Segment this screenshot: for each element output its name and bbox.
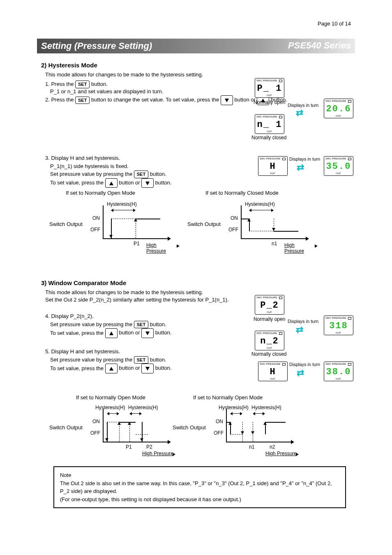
hysteresis-span [249, 209, 274, 212]
series-label: PSE540 Series [288, 40, 351, 51]
text: 5. Display H and set hysteresis. [45, 348, 120, 355]
lcd-h: SMC PRESSURE H OUT [258, 156, 288, 176]
x-arrow-icon [168, 237, 171, 241]
hysteresis-span [111, 209, 136, 212]
fig-window-n: Switch Output ON OFF Hysteresis(H) Hyste… [173, 405, 300, 458]
off-label: OFF [214, 430, 224, 436]
down-key [141, 178, 154, 188]
window-title: 3) Window Comparator Mode [41, 279, 126, 286]
lcd-n1: SMC PRESSURE n_ 1 OUT [255, 114, 284, 134]
line [265, 422, 286, 423]
n2-tick: n2 [270, 444, 275, 450]
x-arrow-icon [291, 440, 294, 444]
lcd-text: 318 [324, 321, 353, 331]
normally-open-label: Normally open [254, 99, 285, 105]
lcd-brand: SMC PRESSURE [260, 363, 280, 365]
normally-open-label: Normally open [254, 316, 285, 322]
off-label: OFF [228, 227, 238, 233]
note-line3: (For one-output type, this setting is no… [60, 495, 339, 504]
lcd-out: OUT [267, 94, 272, 97]
arrow-right-icon [315, 244, 318, 248]
lcd-text: n_ 1 [255, 120, 284, 130]
n1-tick: n1 [249, 444, 254, 450]
double-arrow-icon: ⇄ [297, 162, 304, 173]
arrow-down-icon [241, 431, 244, 434]
switch-output-label: Switch Output [187, 221, 221, 227]
dash [249, 231, 274, 231]
text: button. [154, 365, 171, 371]
displays-in-turn: Displays in turn [288, 103, 318, 108]
lcd-out: OUT [336, 172, 341, 175]
dash [129, 422, 130, 442]
high-pressure-label: High Pressure [265, 451, 297, 456]
lcd-p2-value: SMC PRESSURE 318 OUT [324, 315, 353, 335]
down-key [141, 364, 154, 373]
arrow-down-icon [105, 438, 108, 441]
hysteresis-span [253, 412, 265, 415]
switch-output-label: Switch Output [49, 424, 83, 431]
hyst-step1: 1. Press the SET button. [45, 80, 251, 88]
text: To set value, press the [50, 180, 105, 186]
up-triangle-icon [109, 367, 113, 371]
double-arrow-icon: ⇄ [297, 368, 304, 378]
lcd-text: 20.6 [324, 104, 353, 114]
lcd-text: 35.0 [324, 161, 353, 172]
open-mode-header: If set to Normally Open Mode [66, 190, 135, 196]
lcd-led-icon [279, 332, 282, 335]
on-label: ON [231, 215, 238, 221]
down-triangle-icon [145, 332, 150, 335]
lcd-out: OUT [267, 130, 272, 133]
lcd-p1-value: SMC PRESSURE 20.6 OUT [324, 99, 353, 118]
arrow-down-icon [109, 235, 113, 238]
text: button. [154, 180, 171, 186]
lcd-led-icon [348, 317, 351, 320]
lcd-text: H [258, 161, 287, 172]
lcd-led-icon [279, 116, 282, 118]
fig-window-p: Switch Output ON OFF Hysteresis(H) Hyste… [49, 405, 177, 458]
lcd-brand: SMC PRESSURE [256, 332, 277, 334]
up-triangle-icon [109, 332, 113, 335]
dash [230, 434, 242, 435]
dash [136, 219, 136, 238]
arrow-up-icon [128, 422, 131, 425]
hysteresis-label: Hysteresis(H) [219, 405, 249, 410]
lcd-brand: SMC PRESSURE [256, 296, 277, 299]
line [274, 231, 298, 232]
lcd-out: OUT [336, 378, 341, 380]
text: button. [148, 321, 166, 327]
lcd-text: n_2 [255, 336, 284, 346]
hysteresis-span [107, 412, 119, 415]
p2-tick: P2 [146, 444, 152, 450]
down-key [141, 328, 154, 338]
x-axis [226, 442, 292, 442]
fig-hyst-open: Switch Output ON OFF Hysteresis(H) P1 Hi… [49, 201, 177, 255]
arrow-down-icon [140, 438, 143, 441]
lcd-p2: SMC PRESSURE P_2 OUT [255, 295, 284, 315]
text: Set pressure value by pressing the [50, 321, 134, 327]
switch-output-label: Switch Output [173, 424, 206, 431]
arrow-up-icon [263, 422, 267, 425]
x-axis [103, 238, 168, 239]
lcd-brand: SMC PRESSURE [260, 157, 280, 160]
note-line2: The Out 2 side is also set in the same w… [60, 479, 339, 495]
closed-mode-header: If set to Normally Closed Mode [205, 190, 279, 196]
displays-in-turn: Displays in turn [289, 362, 320, 367]
text: P_1(n_1) side hysteresis is fixed. [50, 163, 129, 169]
lcd-led-icon [348, 363, 351, 366]
text: button. [148, 357, 166, 363]
text: 3. Display H and set hysteresis. [45, 155, 120, 161]
text: To set value, press the [50, 330, 105, 336]
dash [111, 219, 136, 219]
lcd-brand: SMC PRESSURE [325, 363, 346, 365]
up-key [105, 364, 118, 373]
arrow-right-icon [177, 244, 180, 248]
down-triangle-icon [145, 182, 150, 185]
n1-tick: n1 [272, 241, 277, 246]
window-step4: 4. Display P_2(n_2). Set pressure value … [45, 312, 259, 338]
high-pressure-label: High Pressure [142, 451, 173, 456]
note-box: Note The Out 2 side is also set in the s… [53, 466, 346, 508]
high-pressure-label: High Pressure [146, 242, 177, 254]
lcd-led-icon [348, 158, 351, 160]
hysteresis-label: Hysteresis(H) [245, 201, 275, 207]
lcd-h2: SMC PRESSURE H OUT [258, 362, 288, 381]
